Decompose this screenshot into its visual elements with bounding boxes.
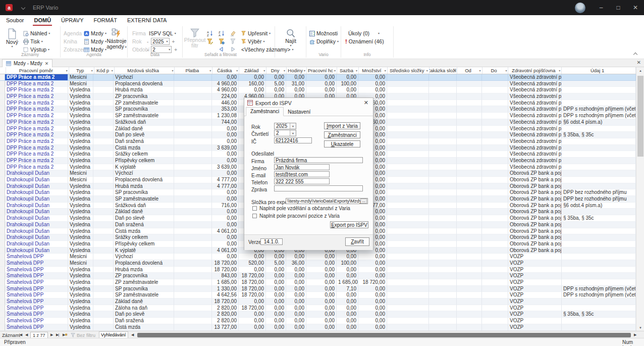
grid-cell[interactable] bbox=[457, 81, 482, 87]
grid-cell[interactable]: Vysledna bbox=[68, 183, 93, 190]
grid-cell[interactable]: Mesicni bbox=[68, 81, 93, 87]
grid-cell[interactable]: 0,00 bbox=[239, 267, 266, 273]
column-filter-icon[interactable]: ▾ bbox=[426, 69, 428, 72]
grid-cell[interactable] bbox=[429, 305, 457, 312]
grid-cell[interactable]: 0,00 bbox=[337, 267, 358, 273]
grid-cell[interactable] bbox=[174, 189, 212, 196]
grid-cell[interactable]: 744,00 bbox=[212, 119, 239, 126]
grid-cell[interactable]: 0,00 bbox=[286, 286, 306, 292]
column-header-Platba[interactable]: Platba▾ bbox=[175, 67, 212, 74]
grid-cell[interactable]: Šmahelová DPP bbox=[5, 299, 68, 305]
grid-cell[interactable]: 0,00 bbox=[358, 299, 387, 305]
grid-cell[interactable] bbox=[174, 93, 212, 100]
grid-cell[interactable]: Všeobecná zdravotní pojišťovna bbox=[508, 145, 562, 152]
grid-cell[interactable] bbox=[457, 241, 482, 248]
ukazatele-button[interactable]: Ukazatele bbox=[324, 140, 360, 147]
row-selector[interactable] bbox=[0, 100, 5, 107]
grid-cell[interactable]: Všeobecná zdravotní pojišťovna bbox=[508, 164, 562, 171]
column-filter-icon[interactable]: ▾ bbox=[91, 69, 93, 72]
grid-cell[interactable]: Proplacená dovolená bbox=[114, 260, 174, 267]
grid-cell[interactable]: DPP bez rozhodného příjmu bbox=[562, 196, 636, 203]
grid-cell[interactable]: 100,00 bbox=[337, 81, 358, 87]
scroll-down-icon[interactable]: ▼ bbox=[636, 324, 644, 331]
grid-cell[interactable] bbox=[387, 254, 429, 260]
grid-cell[interactable]: Čistá mzda bbox=[114, 228, 174, 235]
row-selector[interactable] bbox=[0, 81, 5, 87]
grid-cell[interactable]: Drahokoupil Dušan bbox=[5, 228, 68, 235]
grid-cell[interactable]: VOZP bbox=[508, 254, 562, 260]
grid-cell[interactable] bbox=[93, 260, 114, 267]
grid-cell[interactable] bbox=[457, 267, 482, 273]
grid-cell[interactable] bbox=[93, 234, 114, 241]
grid-cell[interactable] bbox=[457, 138, 482, 145]
advanced-filter-button[interactable]: Upřesnit▾ bbox=[241, 30, 271, 36]
grid-cell[interactable]: DPP Práce a mzda 2 bbox=[5, 100, 68, 107]
grid-cell[interactable] bbox=[93, 177, 114, 183]
column-filter-icon[interactable]: ▾ bbox=[505, 69, 507, 72]
grid-cell[interactable] bbox=[93, 87, 114, 93]
grid-cell[interactable] bbox=[174, 87, 212, 93]
grid-cell[interactable]: 0,00 bbox=[337, 292, 358, 299]
grid-cell[interactable] bbox=[429, 273, 457, 279]
grid-cell[interactable]: Vysledna bbox=[68, 209, 93, 215]
grid-cell[interactable]: VOZP bbox=[508, 273, 562, 279]
grid-cell[interactable] bbox=[93, 132, 114, 138]
grid-cell[interactable] bbox=[387, 87, 429, 93]
grid-cell[interactable]: 0,00 bbox=[306, 311, 337, 318]
grid-cell[interactable] bbox=[429, 81, 457, 87]
grid-cell[interactable]: 0,00 bbox=[306, 254, 337, 260]
obdobi-minus-button[interactable]: - bbox=[146, 47, 149, 53]
grid-cell[interactable]: Všeobecná zdravotní pojišťovna bbox=[508, 100, 562, 107]
row-selector[interactable] bbox=[0, 132, 5, 138]
grid-cell[interactable]: 18 720,00 bbox=[212, 260, 239, 267]
grid-cell[interactable]: 0,00 bbox=[286, 292, 306, 299]
grid-cell[interactable] bbox=[93, 183, 114, 190]
user-avatar[interactable] bbox=[575, 3, 585, 13]
grid-cell[interactable]: Daň sražená bbox=[114, 138, 174, 145]
grid-cell[interactable]: 0,00 bbox=[286, 254, 306, 260]
column-header-Zakázka složl[interactable]: Zakázka složl▾ bbox=[430, 67, 457, 74]
grid-cell[interactable] bbox=[93, 106, 114, 113]
grid-cell[interactable]: Vysledna bbox=[68, 106, 93, 113]
grid-cell[interactable]: 0,00 bbox=[337, 299, 358, 305]
grid-cell[interactable]: VOZP bbox=[508, 299, 562, 305]
grid-cell[interactable] bbox=[387, 74, 429, 81]
grid-cell[interactable] bbox=[387, 119, 429, 126]
grid-cell[interactable] bbox=[93, 209, 114, 215]
addins-button[interactable]: Doplňky▾ bbox=[309, 38, 339, 44]
row-selector[interactable] bbox=[0, 113, 5, 119]
grid-cell[interactable]: VOZP bbox=[508, 260, 562, 267]
rok-minus-button[interactable]: - bbox=[146, 39, 149, 44]
firma-field[interactable] bbox=[274, 157, 363, 163]
grid-cell[interactable]: SP pracovníka bbox=[114, 286, 174, 292]
grid-cell[interactable]: Srážková daň bbox=[114, 119, 174, 126]
jmeno-field[interactable] bbox=[274, 164, 330, 170]
obdobi-plus-button[interactable]: + bbox=[173, 47, 178, 53]
row-selector[interactable] bbox=[0, 209, 5, 215]
grid-cell[interactable]: 0,00 bbox=[266, 74, 286, 81]
grid-cell[interactable] bbox=[482, 228, 508, 235]
grid-cell[interactable] bbox=[387, 183, 429, 190]
grid-cell[interactable]: 446,00 bbox=[212, 100, 239, 107]
grid-cell[interactable] bbox=[93, 254, 114, 260]
row-selector[interactable] bbox=[0, 318, 5, 324]
grid-cell[interactable]: Hrubá mzda bbox=[114, 267, 174, 273]
grid-cell[interactable] bbox=[174, 203, 212, 209]
row-selector[interactable] bbox=[0, 126, 5, 132]
grid-cell[interactable]: Šmahelová DPP bbox=[5, 318, 68, 324]
grid-cell[interactable] bbox=[174, 145, 212, 152]
grid-cell[interactable]: Příspěvky celkem bbox=[114, 158, 174, 164]
grid-cell[interactable]: 0,00 bbox=[266, 87, 286, 93]
grid-cell[interactable]: VOZP bbox=[508, 267, 562, 273]
grid-cell[interactable]: Vysledna bbox=[68, 292, 93, 299]
grid-cell[interactable] bbox=[93, 318, 114, 324]
grid-cell[interactable] bbox=[429, 292, 457, 299]
grid-cell[interactable] bbox=[562, 164, 636, 171]
grid-cell[interactable]: 0,00 bbox=[212, 254, 239, 260]
grid-cell[interactable] bbox=[93, 119, 114, 126]
grid-cell[interactable]: §6 odst.4 písm.a) bbox=[562, 119, 636, 126]
grid-cell[interactable]: DPP s rozhodným příjmem (včetně při bbox=[562, 113, 636, 119]
grid-cell[interactable] bbox=[174, 100, 212, 107]
grid-cell[interactable] bbox=[457, 183, 482, 190]
grid-cell[interactable]: Mesicni bbox=[68, 74, 93, 81]
